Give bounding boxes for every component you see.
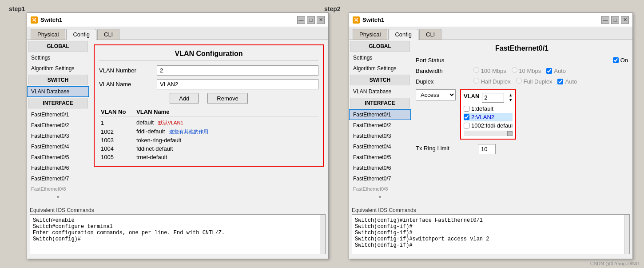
ios2-line5: Switch(config-if)# [355, 242, 627, 248]
vlan-check-1002[interactable] [464, 123, 469, 128]
sidebar2: GLOBAL Settings Algorithm Settings SWITC… [349, 40, 411, 206]
tabbar2: Physical Config CLI [349, 27, 632, 40]
vlan-number-label: VLAN Number [99, 67, 152, 74]
duplex-half[interactable]: Half Duplex [473, 78, 511, 85]
tab1-config[interactable]: Config [66, 29, 96, 40]
vlan-dropdown-box: VLAN ▲ ▼ 1:default 2:VLAN2 [460, 89, 516, 140]
close-btn1[interactable]: ✕ [317, 16, 325, 24]
sidebar2-scroll: ▼ [349, 194, 411, 200]
tx-label: Tx Ring Limit [416, 144, 473, 152]
vlan-row-1003: 1003 token-ring-default [99, 136, 318, 144]
maximize-btn1[interactable]: □ [307, 16, 315, 24]
window2-title: Switch1 [362, 16, 384, 23]
ios-label1: Equivalent IOS Commands [30, 207, 326, 213]
sidebar1-settings[interactable]: Settings [27, 52, 89, 63]
tab2-config[interactable]: Config [388, 29, 418, 40]
sidebar2-algorithm-settings[interactable]: Algorithm Settings [349, 63, 411, 74]
vlan-input[interactable] [482, 93, 504, 103]
ios-section1: Equivalent IOS Commands Switch>enable Sw… [30, 207, 326, 256]
main-content2: FastEthernet0/1 Port Status On Bandwidth… [411, 40, 632, 206]
vlan-check-1[interactable] [464, 106, 469, 112]
window2-icon: 🔀 [353, 16, 360, 24]
sidebar1-switch-section: SWITCH [28, 75, 88, 85]
vlan-list-item-1002[interactable]: 1002:fddi-defaul [464, 121, 513, 130]
sidebar1-fe01[interactable]: FastEthernet0/1 [27, 109, 89, 120]
ios-scrollbar1[interactable] [320, 215, 325, 254]
sidebar1: GLOBAL Settings Algorithm Settings SWITC… [27, 40, 89, 206]
ios-line1-3: Enter configuration commands, one per li… [33, 230, 322, 236]
port-status-row: Port Status On [416, 57, 628, 64]
step1-label: step1 [9, 5, 25, 12]
tab2-physical[interactable]: Physical [353, 29, 387, 40]
vlan-list-scrollbar[interactable] [507, 131, 513, 136]
sidebar1-fe05[interactable]: FastEthernet0/5 [27, 152, 89, 163]
tab1-cli[interactable]: CLI [97, 29, 119, 40]
ios-line1-1: Switch>enable [33, 217, 322, 224]
sidebar2-fe05[interactable]: FastEthernet0/5 [349, 152, 411, 163]
vlan-row-1: 1 default 默认VLAN1 [99, 118, 318, 127]
vlan-list-label-1002: 1002:fddi-defaul [471, 122, 513, 129]
ios-label2: Equivalent IOS Commands [352, 207, 630, 213]
bw-10mbps[interactable]: 10 Mbps [512, 67, 541, 74]
vlan-list-item-1[interactable]: 1:default [464, 104, 513, 113]
sidebar1-algorithm-settings[interactable]: Algorithm Settings [27, 63, 89, 74]
vlan-config-title: VLAN Configuration [99, 50, 318, 61]
minimize-btn1[interactable]: — [297, 16, 305, 24]
ios-box1: Switch>enable Switch#configure terminal … [30, 214, 326, 254]
tab1-physical[interactable]: Physical [31, 29, 65, 40]
sidebar2-fe07[interactable]: FastEthernet0/7 [349, 173, 411, 184]
remove-btn[interactable]: Remove [207, 93, 247, 104]
tabbar1: Physical Config CLI [27, 27, 328, 40]
close-btn2[interactable]: ✕ [621, 16, 629, 24]
bw-100mbps[interactable]: 100 Mbps [473, 67, 506, 74]
sidebar2-fe03[interactable]: FastEthernet0/3 [349, 131, 411, 141]
vlan-dropdown-label: VLAN [464, 93, 479, 103]
duplex-auto[interactable]: Auto [557, 78, 577, 85]
vlan-row-1004: 1004 fddinet-default [99, 144, 318, 153]
sidebar1-fe08[interactable]: FastEthernet0/8 [27, 184, 89, 194]
port-status-checkbox-group: On [613, 57, 628, 64]
sidebar1-fe07[interactable]: FastEthernet0/7 [27, 173, 89, 184]
sidebar1-fe04[interactable]: FastEthernet0/4 [27, 141, 89, 152]
sidebar2-settings[interactable]: Settings [349, 52, 411, 63]
window1-title: Switch1 [40, 16, 62, 23]
maximize-btn2[interactable]: □ [611, 16, 619, 24]
sidebar1-fe03[interactable]: FastEthernet0/3 [27, 131, 89, 141]
sidebar2-vlan-database[interactable]: VLAN Database [349, 86, 411, 97]
vlan-check-2[interactable] [464, 114, 469, 120]
minimize-btn2[interactable]: — [601, 16, 609, 24]
sidebar1-vlan-database[interactable]: VLAN Database [27, 86, 89, 97]
tx-ring-input[interactable] [478, 144, 496, 154]
ios-line1-4: Switch(config)# [33, 236, 322, 242]
sidebar2-fe08[interactable]: FastEthernet0/8 [349, 184, 411, 194]
vlan-down-arrow[interactable]: ▼ [509, 98, 513, 103]
access-select[interactable]: Access [416, 89, 456, 100]
sidebar1-fe02[interactable]: FastEthernet0/2 [27, 120, 89, 131]
sidebar1-fe06[interactable]: FastEthernet0/6 [27, 163, 89, 173]
main-content1: VLAN Configuration VLAN Number VLAN Name… [89, 40, 328, 206]
step2-label: step2 [324, 5, 341, 12]
port-status-checkbox[interactable] [613, 57, 619, 63]
port-status-value: On [620, 57, 628, 64]
ios-scrollbar2[interactable] [624, 215, 629, 254]
ios-line1-2: Switch#configure terminal [33, 224, 322, 230]
sidebar2-fe04[interactable]: FastEthernet0/4 [349, 141, 411, 152]
vlan-name-input[interactable] [157, 79, 318, 89]
vlan-row-1002: 1002 fddi-default 这些有其他的作用 [99, 127, 318, 136]
vlan-up-arrow[interactable]: ▲ [509, 93, 513, 98]
tab2-cli[interactable]: CLI [419, 29, 441, 40]
sidebar1-interface-section: INTERFACE [28, 98, 88, 108]
sidebar2-fe02[interactable]: FastEthernet0/2 [349, 120, 411, 131]
duplex-row: Duplex Half Duplex Full Duplex Auto [416, 78, 628, 85]
bw-auto[interactable]: Auto [546, 68, 566, 74]
ios2-line2: Switch(config-if)# [355, 224, 627, 230]
sidebar2-fe01[interactable]: FastEthernet0/1 [349, 109, 411, 120]
sidebar1-scroll: ▼ [27, 194, 89, 200]
vlan-number-input[interactable] [157, 65, 318, 76]
sidebar2-fe06[interactable]: FastEthernet0/6 [349, 163, 411, 173]
window1-icon: 🔀 [31, 16, 38, 24]
vlan-list-item-2[interactable]: 2:VLAN2 [464, 113, 513, 121]
add-btn[interactable]: Add [170, 93, 199, 104]
duplex-full[interactable]: Full Duplex [516, 78, 553, 85]
vlan-table: VLAN No VLAN Name 1 default 默认VLAN1 1002… [99, 108, 318, 161]
